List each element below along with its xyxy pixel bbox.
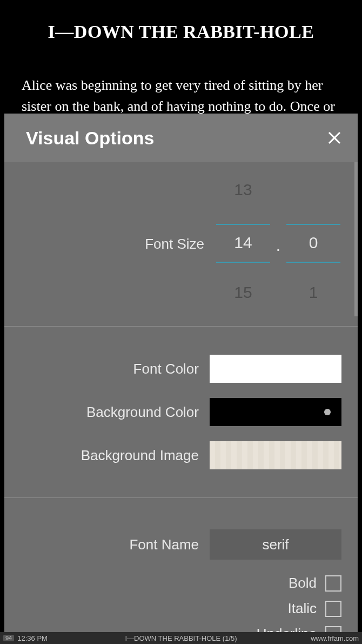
status-center: I—DOWN THE RABBIT-HOLE (1/5) <box>125 634 237 642</box>
decimal-separator: . <box>270 236 286 255</box>
bold-checkbox[interactable] <box>325 575 341 592</box>
background-color-swatch[interactable] <box>210 398 341 426</box>
status-time: 12:36 PM <box>17 634 48 642</box>
background-image-swatch[interactable] <box>210 441 341 469</box>
font-color-label: Font Color <box>21 361 210 377</box>
dialog-title: Visual Options <box>26 128 154 149</box>
italic-checkbox[interactable] <box>325 601 341 617</box>
underline-label: Underline <box>257 626 317 632</box>
font-size-dec-current: 0 <box>286 234 340 252</box>
font-style-section: Font Name serif Bold Italic Underline <box>4 498 358 632</box>
visual-options-dialog: Visual Options Font Size 13 14 15 . <box>4 114 358 632</box>
dialog-header: Visual Options <box>4 114 358 162</box>
status-right: www.frfam.com <box>311 634 359 642</box>
font-size-int-current: 14 <box>216 234 270 252</box>
bold-row: Bold <box>21 575 341 592</box>
font-name-label: Font Name <box>21 536 210 553</box>
status-bar: 94 12:36 PM I—DOWN THE RABBIT-HOLE (1/5)… <box>0 632 362 644</box>
italic-row: Italic <box>21 600 341 617</box>
font-name-row: Font Name serif <box>21 529 341 560</box>
font-size-section: Font Size 13 14 15 . 0 1 <box>4 162 358 327</box>
dialog-body: Font Size 13 14 15 . 0 1 <box>4 162 358 632</box>
font-size-integer-wheel[interactable]: 13 14 15 <box>216 175 270 313</box>
font-size-int-next: 15 <box>216 283 270 302</box>
underline-checkbox[interactable] <box>325 626 341 633</box>
scrollbar[interactable] <box>354 162 358 316</box>
font-size-dec-next: 1 <box>286 283 340 302</box>
font-size-decimal-wheel[interactable]: 0 1 <box>286 175 340 313</box>
background-color-label: Background Color <box>21 404 210 421</box>
background-color-row: Background Color <box>21 398 341 426</box>
colors-section: Font Color Background Color Background I… <box>4 327 358 498</box>
bold-label: Bold <box>289 575 317 592</box>
underline-row: Underline <box>21 626 341 632</box>
close-icon[interactable] <box>326 130 343 146</box>
italic-label: Italic <box>288 600 317 617</box>
status-badge: 94 <box>3 635 14 641</box>
font-size-label: Font Size <box>21 236 215 253</box>
chapter-title: I—DOWN THE RABBIT-HOLE <box>22 22 340 42</box>
font-size-picker[interactable]: 13 14 15 . 0 1 <box>215 175 341 313</box>
font-name-value[interactable]: serif <box>210 529 341 560</box>
reader-view: I—DOWN THE RABBIT-HOLE Alice was beginni… <box>0 0 362 117</box>
font-size-int-prev: 13 <box>216 181 270 199</box>
reader-body-text: Alice was beginning to get very tired of… <box>22 75 340 117</box>
font-color-swatch[interactable] <box>210 355 341 383</box>
background-image-row: Background Image <box>21 441 341 469</box>
background-image-label: Background Image <box>21 447 210 464</box>
font-color-row: Font Color <box>21 355 341 383</box>
